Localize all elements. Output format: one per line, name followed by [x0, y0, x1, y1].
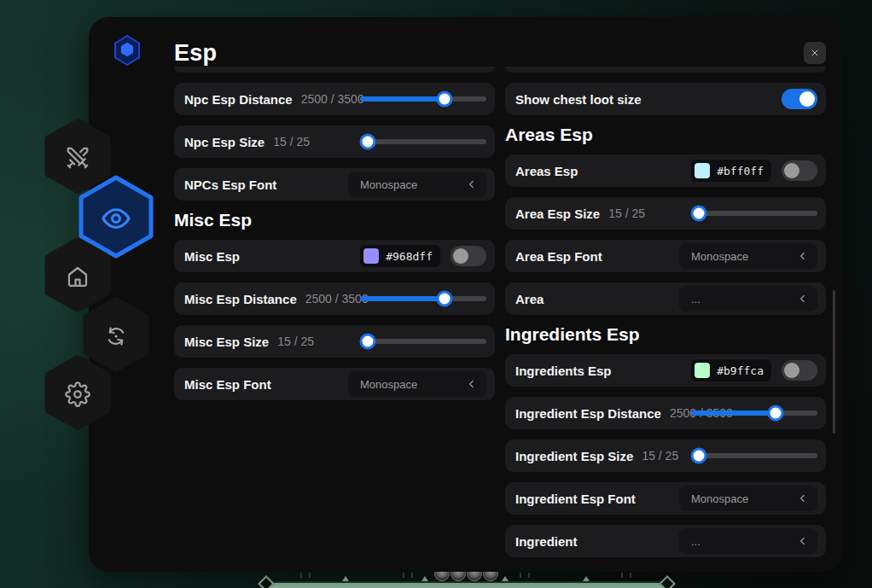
- chevron-left-icon: [797, 250, 809, 262]
- setting-label: Area Esp Font: [515, 249, 602, 264]
- dropdown[interactable]: ...: [679, 528, 817, 554]
- section-heading: Misc Esp: [174, 211, 495, 230]
- slider-thumb[interactable]: [768, 405, 784, 422]
- slider-thumb[interactable]: [690, 448, 706, 464]
- settings-column-right: Show chest loot sizeAreas EspAreas Esp#b…: [505, 67, 826, 568]
- color-picker[interactable]: #bff0ff: [691, 160, 771, 182]
- dropdown-value: Monospace: [691, 492, 797, 505]
- slider-fill: [360, 96, 445, 102]
- page-title: Esp: [174, 40, 217, 67]
- setting-label: Misc Esp Font: [184, 377, 271, 392]
- slider-thumb[interactable]: [437, 291, 453, 307]
- setting-row: NPCs Esp FontMonospace: [174, 168, 495, 201]
- setting-row: Ingredient Esp FontMonospace: [505, 482, 826, 515]
- toggle-knob: [453, 248, 468, 264]
- dropdown-value: Monospace: [691, 250, 797, 263]
- chevron-left-icon: [797, 492, 809, 504]
- toggle[interactable]: [782, 360, 817, 381]
- setting-label: Show chest loot size: [515, 92, 642, 107]
- color-picker[interactable]: #b9ffca: [691, 359, 771, 381]
- dropdown[interactable]: Monospace: [679, 486, 817, 511]
- close-button[interactable]: [804, 42, 826, 64]
- toggle-knob: [784, 363, 799, 378]
- dropdown-value: Monospace: [360, 178, 466, 191]
- slider-thumb[interactable]: [359, 134, 375, 150]
- toggle-knob: [784, 163, 799, 178]
- setting-label: Misc Esp Size: [184, 335, 269, 349]
- close-icon: [810, 48, 820, 58]
- chevron-left-icon: [466, 378, 478, 390]
- setting-row: Misc Esp Distance2500 / 3500: [174, 282, 495, 315]
- color-swatch: [363, 248, 379, 264]
- game-hud-tick: [583, 576, 590, 581]
- setting-row: Ingredient Esp Distance2500 / 3500: [505, 397, 826, 429]
- dropdown[interactable]: ...: [679, 286, 817, 311]
- setting-row: Areas Esp#bff0ff: [505, 154, 826, 187]
- setting-row: Misc Esp Size15 / 25: [174, 325, 495, 358]
- dropdown[interactable]: Monospace: [348, 371, 486, 397]
- setting-label: Npc Esp Distance: [184, 92, 293, 107]
- toggle[interactable]: [451, 246, 486, 266]
- game-hud-bar-end: [659, 575, 676, 588]
- setting-row: Npc Esp Distance2500 / 3500: [174, 83, 495, 115]
- game-hud-tick: [342, 576, 349, 581]
- slider-value: 15 / 25: [642, 449, 678, 463]
- section-heading: Areas Esp: [505, 125, 826, 144]
- setting-row: Area Esp Size15 / 25: [505, 197, 826, 230]
- slider[interactable]: [360, 139, 486, 144]
- toggle[interactable]: [782, 160, 817, 181]
- row-controls: #bff0ff: [691, 160, 817, 182]
- setting-label: Misc Esp: [184, 249, 240, 264]
- slider-fill: [691, 410, 776, 416]
- slider[interactable]: [691, 453, 817, 458]
- setting-label: Ingredients Esp: [515, 364, 612, 378]
- setting-label: NPCs Esp Font: [184, 178, 276, 192]
- color-hex: #b9ffca: [717, 364, 764, 377]
- slider-value: 15 / 25: [277, 335, 314, 348]
- sidebar-item-settings[interactable]: [44, 355, 111, 434]
- slider[interactable]: [691, 410, 817, 416]
- slider[interactable]: [360, 296, 486, 301]
- setting-label: Ingredient Esp Distance: [515, 406, 661, 421]
- dropdown-value: ...: [691, 293, 797, 306]
- esp-window: Esp Npc Esp Distance2500 / 3500Npc Esp S…: [89, 17, 843, 572]
- row-controls: #b9ffca: [691, 359, 817, 381]
- setting-row: Area...: [505, 282, 826, 315]
- toggle-knob: [799, 91, 815, 107]
- game-hud-tick: [502, 576, 509, 581]
- game-hud-bar: [266, 581, 666, 588]
- color-swatch: [695, 363, 710, 378]
- color-hex: #bff0ff: [717, 165, 764, 178]
- setting-row: Show chest loot size: [505, 83, 826, 115]
- slider[interactable]: [360, 96, 486, 102]
- slider[interactable]: [360, 339, 486, 344]
- setting-label: Ingredient Esp Size: [515, 449, 633, 463]
- slider-thumb[interactable]: [437, 91, 453, 108]
- dropdown[interactable]: Monospace: [679, 243, 817, 269]
- scrolled-row-stub: [505, 67, 826, 73]
- scrollbar[interactable]: [833, 290, 835, 434]
- slider-value: 15 / 25: [273, 135, 310, 148]
- color-picker[interactable]: #968dff: [360, 245, 440, 267]
- slider[interactable]: [691, 211, 817, 216]
- chevron-left-icon: [797, 293, 809, 305]
- setting-row: Area Esp FontMonospace: [505, 240, 826, 272]
- toggle[interactable]: [782, 89, 817, 109]
- dropdown-value: ...: [691, 535, 797, 548]
- dropdown[interactable]: Monospace: [348, 172, 486, 197]
- slider-fill: [360, 296, 445, 301]
- row-controls: [782, 89, 817, 109]
- chevron-left-icon: [466, 178, 478, 190]
- setting-label: Areas Esp: [515, 164, 578, 178]
- setting-label: Npc Esp Size: [184, 135, 265, 149]
- setting-label: Ingredient: [515, 534, 578, 549]
- setting-row: Ingredients Esp#b9ffca: [505, 354, 826, 387]
- setting-label: Misc Esp Distance: [184, 292, 297, 306]
- color-hex: #968dff: [386, 250, 433, 263]
- setting-row: Npc Esp Size15 / 25: [174, 125, 495, 158]
- slider-thumb[interactable]: [359, 334, 375, 350]
- setting-row: Misc Esp#968dff: [174, 240, 495, 272]
- settings-column-left: Npc Esp Distance2500 / 3500Npc Esp Size1…: [174, 67, 495, 410]
- slider-thumb[interactable]: [690, 206, 706, 222]
- game-hud-tick: [421, 576, 428, 581]
